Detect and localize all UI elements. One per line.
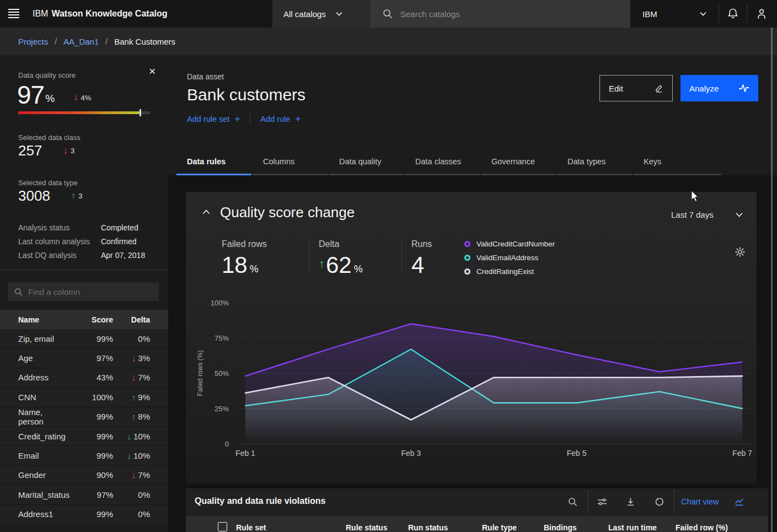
stat-divider xyxy=(309,240,309,272)
y-tick-label: 75% xyxy=(215,334,229,342)
tab-data-rules[interactable]: Data rules xyxy=(176,149,251,175)
chart-legend: ValidCreditCardNumberValidEmailAddressCr… xyxy=(464,237,555,278)
asset-header: Data asset Bank customers Add rule set+A… xyxy=(168,55,777,175)
quality-score-gradient-bar xyxy=(18,111,150,114)
catalog-search xyxy=(371,0,630,28)
tab-data-types[interactable]: Data types xyxy=(557,149,632,175)
account-label: IBM xyxy=(642,9,657,19)
table-row[interactable]: Address43%↓7% xyxy=(0,368,168,388)
up-arrow-icon: ↑ xyxy=(132,412,136,421)
cell-score: 99% xyxy=(69,451,113,460)
violations-col-1: Rule status xyxy=(346,523,387,532)
find-column-input[interactable] xyxy=(28,287,149,297)
legend-ring-icon xyxy=(464,241,470,247)
stat-divider xyxy=(401,240,402,272)
page-scrollbar[interactable] xyxy=(771,28,773,532)
add-link-label: Add rule xyxy=(260,115,290,123)
catalog-selector-dropdown[interactable]: All catalogs xyxy=(272,0,371,28)
cell-score: 99% xyxy=(69,432,113,441)
cell-delta: ↓3% xyxy=(113,353,150,363)
plus-icon: + xyxy=(295,114,301,125)
breadcrumb-item-2: Bank Customers xyxy=(114,37,175,46)
chevron-down-icon xyxy=(700,12,706,16)
column-table-header: Name Score Delta xyxy=(0,310,168,329)
cell-name: Age xyxy=(0,353,69,363)
edit-button[interactable]: Edit xyxy=(599,75,673,101)
table-row[interactable]: Age97%↓3% xyxy=(0,348,168,368)
table-row[interactable]: Marital_status97%0% xyxy=(0,485,168,504)
legend-label: ValidEmailAddress xyxy=(476,254,538,262)
page-title: Bank customers xyxy=(187,85,306,104)
select-all-checkbox[interactable] xyxy=(218,522,227,531)
gear-icon[interactable] xyxy=(735,247,745,257)
cell-score: 99% xyxy=(69,509,113,519)
cell-score: 99% xyxy=(69,334,113,343)
down-arrow-icon: ↓ xyxy=(63,146,68,157)
legend-label: CreditRatingExist xyxy=(476,267,534,276)
meta-value: Confirmed xyxy=(101,237,137,246)
table-row[interactable]: Name, person99%↑8% xyxy=(0,407,168,427)
table-row[interactable]: CNN100%↑9% xyxy=(0,388,168,407)
tab-data-classes[interactable]: Data classes xyxy=(405,149,480,175)
hamburger-menu-icon[interactable] xyxy=(8,9,20,19)
analyze-button[interactable]: Analyze xyxy=(680,75,758,101)
cell-delta: 0% xyxy=(113,334,150,343)
quality-score-value: 97 xyxy=(17,80,44,110)
collapse-chevron-icon[interactable] xyxy=(202,209,210,214)
cell-delta: ↓7% xyxy=(113,470,150,480)
data-class-value-row: 257 ↓ 3 xyxy=(18,142,74,159)
table-row[interactable]: Gender90%↓7% xyxy=(0,466,168,485)
legend-item-ValidEmailAddress: ValidEmailAddress xyxy=(464,251,555,265)
tab-columns[interactable]: Columns xyxy=(253,149,328,175)
search-icon xyxy=(383,9,393,19)
meta-label: Last DQ analysis xyxy=(18,251,101,260)
chart-view-toggle[interactable]: Chart view xyxy=(681,493,744,510)
notifications-button[interactable] xyxy=(719,0,747,28)
add-link-1[interactable]: Add rule+ xyxy=(260,114,301,125)
data-class-delta: ↓ 3 xyxy=(63,146,74,157)
legend-item-ValidCreditCardNumber: ValidCreditCardNumber xyxy=(464,237,555,251)
filter-settings-button[interactable] xyxy=(593,493,612,510)
tab-data-quality[interactable]: Data quality xyxy=(329,149,404,175)
settings-adjust-icon xyxy=(597,497,607,506)
table-row[interactable]: Email99%↓10% xyxy=(0,446,168,465)
delta-value: 3% xyxy=(138,353,150,363)
data-type-label: Selected data type xyxy=(18,179,78,187)
add-link-label: Add rule set xyxy=(187,115,229,123)
catalog-selector-label: All catalogs xyxy=(283,9,326,19)
table-search-button[interactable] xyxy=(563,493,582,510)
delta-value: 10% xyxy=(133,451,150,460)
time-range-dropdown[interactable]: Last 7 days xyxy=(671,210,743,219)
profile-button[interactable] xyxy=(747,0,776,28)
y-tick-label: 25% xyxy=(215,405,229,413)
add-link-0[interactable]: Add rule set+ xyxy=(187,114,240,125)
quality-score-value-row: 97 % ↓ 4% xyxy=(17,80,91,110)
meta-row-0: Analysis statusCompleted xyxy=(18,221,156,234)
delta-value: 7% xyxy=(138,470,150,480)
close-icon[interactable]: × xyxy=(149,65,156,77)
data-type-delta: ↑ 3 xyxy=(71,191,83,202)
account-selector-dropdown[interactable]: IBM xyxy=(630,0,719,28)
cell-score: 43% xyxy=(69,373,113,382)
download-button[interactable] xyxy=(621,493,640,510)
down-arrow-icon: ↓ xyxy=(127,451,131,460)
down-arrow-icon: ↓ xyxy=(132,373,136,382)
cell-delta: 0% xyxy=(114,490,150,499)
breadcrumb-item-1[interactable]: AA_Dan1 xyxy=(63,37,99,46)
meta-value: Completed xyxy=(101,223,138,232)
legend-ring-icon xyxy=(464,255,470,261)
table-row[interactable]: Address199%0% xyxy=(0,505,168,524)
chart-card-title: Quality score change xyxy=(220,204,355,221)
tab-keys[interactable]: Keys xyxy=(633,149,721,175)
tab-governance[interactable]: Governance xyxy=(481,149,556,175)
breadcrumb-item-0[interactable]: Projects xyxy=(18,37,48,46)
refresh-button[interactable] xyxy=(650,493,668,510)
meta-row-1: Last column analysisConfirmed xyxy=(18,234,156,248)
table-row[interactable]: Credit_rating99%↓10% xyxy=(0,427,168,446)
table-row[interactable]: Zip, email99%0% xyxy=(0,329,168,348)
col-header-name: Name xyxy=(0,315,69,324)
search-catalogs-input[interactable] xyxy=(400,9,610,19)
cell-score: 100% xyxy=(69,393,113,402)
breadcrumb: Projects/AA_Dan1/Bank Customers xyxy=(0,28,777,55)
violations-title: Quality and data rule violations xyxy=(195,496,325,506)
